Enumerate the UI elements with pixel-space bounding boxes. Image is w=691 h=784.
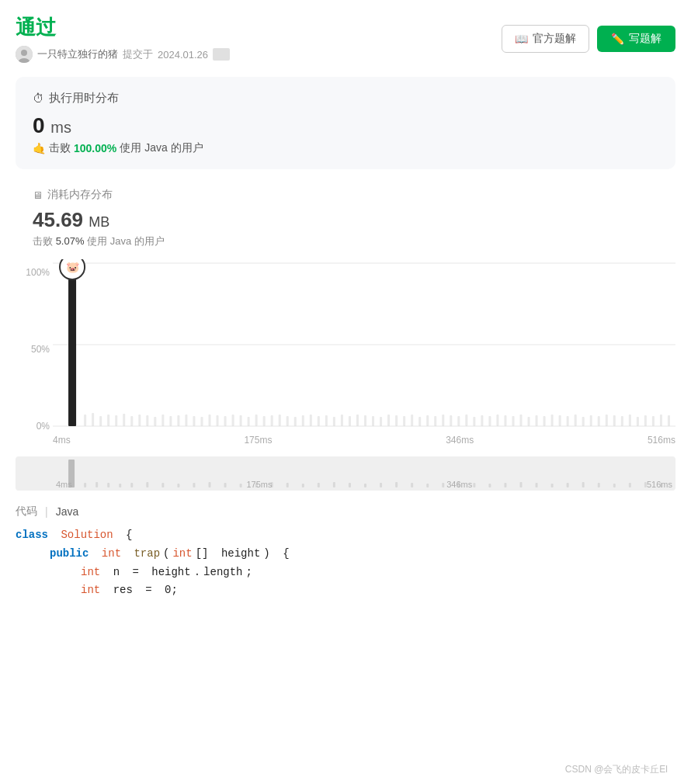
svg-rect-43	[372, 416, 374, 426]
beat-percent: 100.00%	[74, 142, 116, 154]
svg-rect-33	[294, 417, 297, 426]
svg-rect-20	[193, 416, 195, 426]
svg-rect-76	[629, 415, 631, 426]
time-value: 0 ms	[33, 113, 658, 138]
mini-x-label-346ms: 346ms	[446, 480, 472, 489]
svg-rect-8	[99, 416, 102, 426]
svg-rect-78	[644, 415, 647, 426]
svg-rect-68	[567, 416, 569, 426]
edit-icon: ✏️	[611, 33, 624, 45]
svg-rect-7	[92, 413, 94, 426]
svg-rect-56	[473, 417, 475, 426]
beat-suffix: 使用 Java 的用户	[120, 141, 203, 155]
x-label-516ms: 516ms	[648, 435, 675, 446]
svg-rect-79	[652, 416, 655, 426]
svg-rect-55	[465, 415, 467, 426]
svg-rect-10	[115, 415, 117, 426]
svg-rect-14	[146, 415, 148, 426]
svg-rect-39	[341, 415, 343, 426]
svg-rect-34	[302, 415, 304, 426]
svg-rect-63	[528, 417, 530, 426]
svg-rect-81	[668, 415, 670, 426]
x-label-175ms: 175ms	[244, 435, 272, 446]
svg-rect-6	[84, 415, 86, 426]
write-solution-button[interactable]: ✏️ 写题解	[597, 26, 675, 52]
header-right: 📖 官方题解 ✏️ 写题解	[502, 25, 675, 53]
svg-rect-71	[590, 415, 592, 426]
svg-rect-73	[606, 415, 608, 426]
svg-rect-50	[426, 415, 429, 426]
svg-rect-16	[161, 415, 164, 426]
chart-area: 100% 50% 0%	[16, 259, 675, 453]
code-line-4: int res = 0;	[16, 581, 675, 600]
y-label-50: 50%	[16, 344, 50, 355]
svg-rect-17	[169, 416, 172, 426]
svg-rect-61	[512, 416, 514, 426]
code-lang-bar: 代码 | Java	[16, 505, 675, 519]
svg-rect-53	[450, 415, 452, 426]
memory-icon: 🖥	[33, 189, 43, 201]
wave-icon: 🤙	[33, 142, 46, 154]
svg-text:🐷: 🐷	[66, 261, 80, 274]
svg-rect-65	[543, 416, 546, 426]
svg-rect-27	[248, 417, 250, 426]
svg-rect-28	[255, 415, 258, 426]
official-solution-button[interactable]: 📖 官方题解	[502, 25, 589, 53]
svg-rect-59	[496, 415, 498, 426]
svg-rect-57	[481, 415, 483, 426]
pass-title: 通过	[16, 14, 230, 41]
lang-badge	[213, 48, 230, 61]
beat-prefix: 击败	[49, 141, 71, 155]
svg-rect-47	[403, 416, 405, 426]
svg-rect-24	[224, 416, 227, 426]
svg-rect-23	[217, 415, 219, 426]
svg-rect-19	[185, 415, 187, 426]
mini-x-label-175ms: 175ms	[246, 480, 272, 489]
lang-name: Java	[56, 505, 79, 518]
svg-rect-58	[488, 416, 491, 426]
code-section: 代码 | Java class Solution { public int tr…	[16, 505, 675, 600]
code-line-2: public int trap(int[] height) {	[16, 545, 675, 564]
code-line-3: int n = height.length;	[16, 564, 675, 582]
svg-rect-42	[364, 415, 366, 426]
avatar	[16, 46, 33, 63]
svg-rect-72	[598, 416, 600, 426]
mem-value: 45.69 MB	[33, 208, 658, 232]
svg-rect-44	[380, 417, 382, 426]
svg-rect-49	[418, 417, 421, 426]
svg-rect-70	[582, 417, 585, 426]
svg-rect-18	[177, 415, 179, 426]
svg-rect-52	[442, 415, 444, 426]
svg-rect-60	[504, 415, 506, 426]
svg-rect-66	[551, 415, 554, 426]
svg-rect-35	[310, 415, 312, 426]
svg-rect-75	[621, 416, 623, 426]
svg-rect-30	[271, 415, 273, 426]
time-card: ⏱ 执行用时分布 0 ms 🤙 击败 100.00% 使用 Java 的用户	[16, 77, 675, 169]
svg-rect-74	[613, 415, 616, 426]
write-solution-label: 写题解	[629, 32, 661, 46]
svg-rect-69	[575, 415, 577, 426]
y-label-0: 0%	[16, 421, 50, 432]
lang-divider: |	[45, 505, 48, 518]
svg-rect-29	[263, 416, 266, 426]
svg-rect-31	[279, 415, 281, 426]
author-name: 一只特立独行的猪	[37, 47, 118, 61]
x-label-4ms: 4ms	[53, 435, 71, 446]
code-block: class Solution { public int trap(int[] h…	[16, 526, 675, 600]
svg-rect-21	[200, 417, 203, 426]
svg-rect-45	[387, 415, 390, 426]
svg-rect-80	[660, 415, 662, 426]
x-label-346ms: 346ms	[446, 435, 474, 446]
time-card-title: ⏱ 执行用时分布	[33, 91, 658, 106]
svg-rect-67	[559, 415, 561, 426]
y-label-100: 100%	[16, 267, 50, 278]
svg-point-1	[21, 50, 27, 56]
author-row: 一只特立独行的猪 提交于 2024.01.26	[16, 46, 230, 63]
svg-rect-32	[286, 416, 289, 426]
svg-rect-13	[138, 415, 141, 426]
svg-rect-26	[240, 415, 242, 426]
svg-rect-54	[457, 416, 460, 426]
mem-beat-row: 击败 5.07% 使用 Java 的用户	[33, 234, 658, 248]
svg-rect-38	[333, 417, 335, 426]
